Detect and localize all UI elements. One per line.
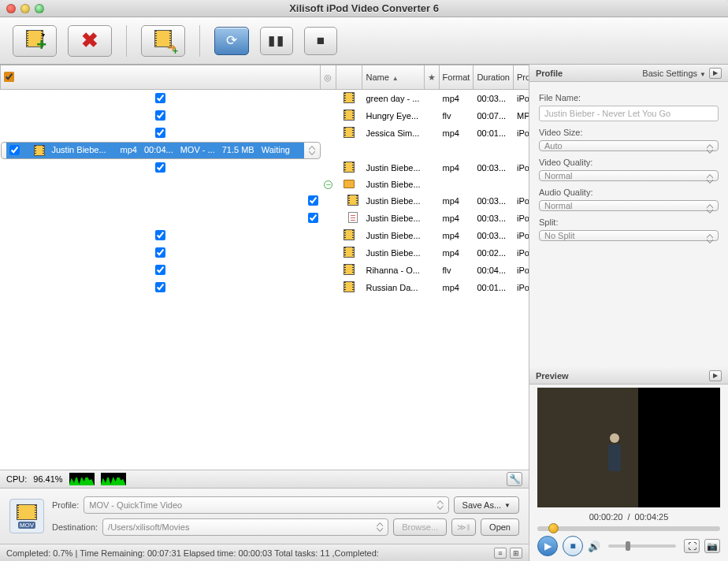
name-cell: Justin Biebe... xyxy=(362,176,424,192)
destination-label: Destination: xyxy=(52,522,98,532)
profile-cell: iPod - ... xyxy=(513,244,529,262)
side-panel: Profile Basic Settings ▼ ▶ File Name: Ju… xyxy=(529,65,728,561)
preview-panel-header: Preview ▶ xyxy=(529,367,728,385)
videoquality-select[interactable]: Normal xyxy=(539,170,719,181)
output-panel: MOV Profile: MOV - QuickTime Video Save … xyxy=(0,489,529,544)
app-window: Xilisoft iPod Video Converter 6 +▾ ✖ ➔+ … xyxy=(0,0,728,561)
profile-cell: iPod - ... xyxy=(513,90,529,108)
row-checkbox[interactable] xyxy=(155,128,165,138)
column-header[interactable]: ◎ xyxy=(321,65,336,90)
filename-input[interactable]: Justin Bieber - Never Let You Go xyxy=(539,106,719,121)
format-cell: mp4 xyxy=(439,244,474,262)
row-checkbox[interactable] xyxy=(155,93,165,103)
table-row[interactable]: Justin Biebe...mp400:03...iPod - ...20.9… xyxy=(1,192,529,210)
film-icon xyxy=(344,229,355,240)
row-checkbox[interactable] xyxy=(155,265,165,275)
add-profile-button[interactable]: ➔+ xyxy=(141,25,185,57)
table-row[interactable]: Rihanna - O...flv00:04...iPod - ...22.9 … xyxy=(1,262,529,279)
separator xyxy=(199,25,200,57)
settings-button[interactable]: 🔧 xyxy=(507,472,522,486)
table-row[interactable]: −Justin Biebe... xyxy=(1,176,529,192)
row-checkbox[interactable] xyxy=(308,195,318,206)
column-header[interactable]: Format xyxy=(439,65,474,90)
basic-settings-menu[interactable]: Basic Settings ▼ xyxy=(642,69,706,78)
column-header[interactable]: Name xyxy=(362,65,424,90)
row-checkbox[interactable] xyxy=(155,247,165,258)
fullscreen-button[interactable]: ⛶ xyxy=(684,539,700,553)
table-row[interactable]: Justin Biebe...mp400:03...iPod - ...21.0… xyxy=(1,159,529,176)
convert-button[interactable]: ⟳ xyxy=(214,27,249,55)
film-icon xyxy=(344,247,355,258)
stop-preview-button[interactable]: ■ xyxy=(563,536,583,556)
profile-cell: iPod - ... xyxy=(513,227,529,244)
select-all-checkbox[interactable] xyxy=(4,72,14,82)
duration-cell: 00:03... xyxy=(474,227,514,244)
profile-cell: iPod - ... xyxy=(513,124,529,142)
table-row[interactable]: Justin Biebe...mp400:04...MOV - ...71.5 … xyxy=(1,142,321,159)
volume-slider[interactable] xyxy=(608,544,676,548)
table-row[interactable]: Justin Biebe...mp400:03...iPod - ...17.5… xyxy=(1,227,529,244)
list-view-button[interactable]: ≡ xyxy=(494,548,507,559)
row-checkbox[interactable] xyxy=(155,162,165,173)
profile-select[interactable]: MOV - QuickTime Video xyxy=(84,496,448,514)
skip-button[interactable]: ≫⦀ xyxy=(451,518,476,536)
audioquality-select[interactable]: Normal xyxy=(539,200,719,211)
open-button[interactable]: Open xyxy=(481,518,519,536)
pause-icon: ▮▮ xyxy=(268,32,285,49)
grid-view-button[interactable]: ⊞ xyxy=(510,548,522,559)
duration-cell: 00:03... xyxy=(474,159,514,176)
panel-toggle-button[interactable]: ▶ xyxy=(709,68,722,79)
browse-button[interactable]: Browse... xyxy=(393,518,447,536)
cpu-graph-icon xyxy=(69,473,95,485)
duration-cell: 00:03... xyxy=(474,210,514,227)
table-row[interactable]: Justin Biebe...mp400:02...iPod - ...15.7… xyxy=(1,244,529,262)
column-header[interactable]: ★ xyxy=(424,65,439,90)
split-select[interactable]: No Split xyxy=(539,230,719,241)
table-row[interactable]: Justin Biebe...mp400:03...iPod to...30.7… xyxy=(1,210,529,227)
column-header[interactable]: Profile xyxy=(513,65,529,90)
row-checkbox[interactable] xyxy=(308,213,318,223)
snapshot-button[interactable]: 📷 xyxy=(704,539,720,553)
save-as-button[interactable]: Save As...▼ xyxy=(454,496,519,514)
duration-cell: 00:01... xyxy=(474,124,514,142)
film-add-icon: +▾ xyxy=(26,30,43,52)
column-header[interactable]: Duration xyxy=(474,65,514,90)
status-text: Completed: 0.7% | Time Remaining: 00:07:… xyxy=(6,548,379,558)
row-checkbox[interactable] xyxy=(9,145,20,155)
row-checkbox[interactable] xyxy=(155,110,165,121)
add-file-button[interactable]: +▾ xyxy=(13,25,57,57)
format-cell: flv xyxy=(439,262,474,279)
column-header[interactable] xyxy=(336,65,362,90)
collapse-icon[interactable]: − xyxy=(324,180,332,189)
file-table[interactable]: ◎Name★FormatDurationProfileOutput SizeSt… xyxy=(0,65,529,470)
table-row[interactable]: Hungry Eye...flv00:07...MP4 - ...62.8 MB… xyxy=(1,107,529,124)
column-header[interactable] xyxy=(1,65,321,90)
chevron-down-icon: ▼ xyxy=(504,502,511,509)
row-checkbox[interactable] xyxy=(155,282,165,292)
stop-button[interactable]: ■ xyxy=(304,27,337,55)
preview-video[interactable] xyxy=(537,388,720,507)
table-row[interactable]: green day - ...mp400:03...iPod - ...16.5… xyxy=(1,90,529,108)
videoquality-label: Video Quality: xyxy=(539,158,719,167)
film-icon xyxy=(344,92,355,103)
destination-field[interactable]: /Users/xilisoft/Movies xyxy=(102,518,388,536)
pause-button[interactable]: ▮▮ xyxy=(260,27,293,55)
settings-form: File Name: Justin Bieber - Never Let You… xyxy=(529,82,728,249)
play-icon: ▶ xyxy=(544,541,552,552)
duration-cell: 00:04... xyxy=(141,143,177,158)
remaining-cell xyxy=(294,143,304,158)
format-cell: mp4 xyxy=(439,90,474,108)
videosize-select[interactable]: Auto xyxy=(539,140,719,151)
row-checkbox[interactable] xyxy=(155,230,165,240)
seek-thumb[interactable] xyxy=(548,523,559,533)
preview-toggle-button[interactable]: ▶ xyxy=(709,370,722,381)
profile-cell: iPod - ... xyxy=(513,262,529,279)
table-row[interactable]: Russian Da...mp400:01...iPod - ...8.4 MB… xyxy=(1,279,529,296)
play-button[interactable]: ▶ xyxy=(537,536,558,556)
delete-button[interactable]: ✖ xyxy=(68,25,112,57)
speaker-icon[interactable]: 🔊 xyxy=(588,541,600,552)
status-bar: Completed: 0.7% | Time Remaining: 00:07:… xyxy=(0,544,529,561)
table-row[interactable]: Jessica Sim...mp400:01...iPod - ...6.0 M… xyxy=(1,124,529,142)
name-cell: Justin Biebe... xyxy=(362,192,424,210)
seek-slider[interactable] xyxy=(537,526,720,531)
